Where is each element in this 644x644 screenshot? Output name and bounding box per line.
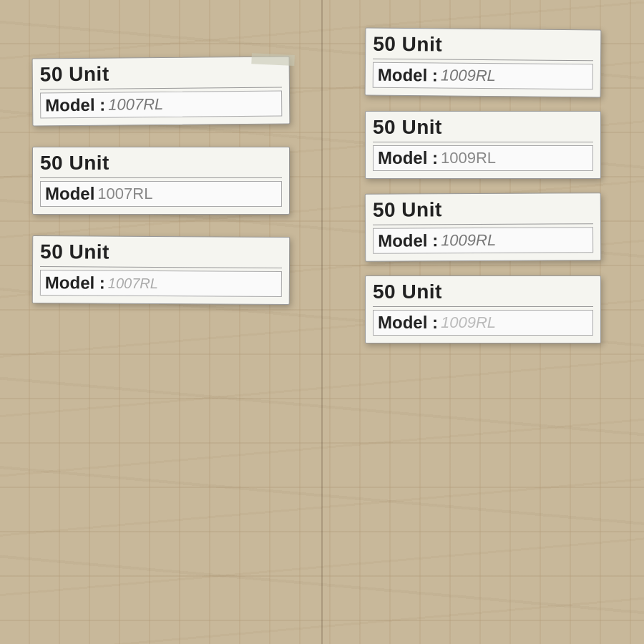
quantity-label: 50 Unit [40, 62, 282, 90]
model-label: Model : 1009RL [373, 62, 593, 90]
model-label: Model : 1009RL [373, 145, 593, 171]
model-label: Model : 1009RL [373, 310, 593, 336]
model-prefix: Model : [378, 148, 438, 168]
model-prefix: Model [45, 184, 94, 204]
model-prefix: Model : [45, 95, 105, 116]
right-box-3: 50 Unit Model : 1009RL [365, 192, 601, 262]
quantity-label: 50 Unit [373, 116, 593, 142]
model-label: Model : 1007RL [40, 270, 282, 297]
right-box-2: 50 Unit Model : 1009RL [365, 111, 601, 179]
model-number: 1009RL [441, 231, 496, 250]
scene: 50 Unit Model : 1007RL 50 Unit Model 100… [0, 0, 644, 644]
model-prefix: Model : [378, 65, 438, 86]
quantity-label: 50 Unit [373, 197, 593, 225]
model-number: 1007RL [108, 95, 163, 114]
right-box-1: 50 Unit Model : 1009RL [365, 28, 602, 98]
model-prefix: Model : [378, 313, 438, 333]
model-number: 1007RL [108, 275, 158, 291]
right-box-4: 50 Unit Model : 1009RL [365, 275, 601, 343]
model-prefix: Model : [378, 230, 438, 250]
model-number: 1009RL [441, 313, 496, 332]
quantity-label: 50 Unit [40, 240, 282, 268]
quantity-label: 50 Unit [40, 152, 282, 178]
model-prefix: Model : [45, 273, 105, 293]
model-number: 1009RL [441, 66, 496, 85]
model-label: Model : 1007RL [40, 91, 282, 119]
left-box-1: 50 Unit Model : 1007RL [32, 56, 291, 126]
left-box-2: 50 Unit Model 1007RL [32, 147, 290, 215]
right-section: 50 Unit Model : 1009RL 50 Unit Model : 1… [322, 0, 644, 644]
left-box-3: 50 Unit Model : 1007RL [32, 235, 290, 305]
quantity-label: 50 Unit [373, 33, 593, 62]
model-label: Model : 1009RL [373, 227, 593, 254]
model-number: 1009RL [441, 149, 496, 167]
left-section: 50 Unit Model : 1007RL 50 Unit Model 100… [0, 0, 322, 644]
quantity-label: 50 Unit [373, 280, 593, 307]
model-number: 1007RL [97, 185, 152, 203]
model-label: Model 1007RL [40, 181, 282, 207]
